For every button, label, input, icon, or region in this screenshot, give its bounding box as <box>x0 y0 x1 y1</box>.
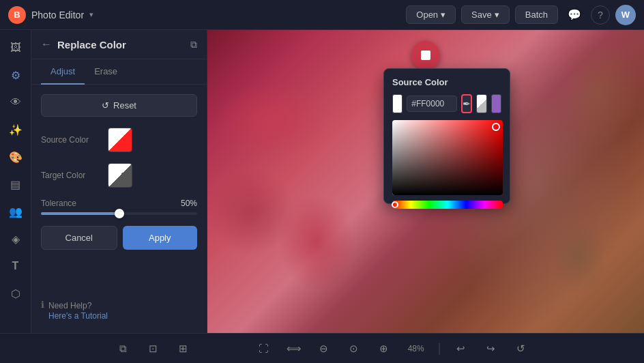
reset-button[interactable]: ↺ Reset <box>41 94 197 117</box>
cp-white-preview <box>392 94 402 113</box>
help-title: Need Help? <box>48 301 91 310</box>
panel-header: ← Replace Color ⧉ <box>31 30 207 59</box>
stop-recording-button[interactable] <box>411 41 440 70</box>
stop-icon <box>421 50 430 60</box>
side-panel: ← Replace Color ⧉ Adjust Erase ↺ Reset S… <box>31 30 207 333</box>
tool-export[interactable]: ⬡ <box>3 281 28 306</box>
apply-button[interactable]: Apply <box>123 226 198 250</box>
bt-redo-button[interactable]: ↪ <box>480 338 501 359</box>
tool-text[interactable]: T <box>3 254 28 278</box>
zoom-level: 48% <box>404 344 428 353</box>
open-button[interactable]: Open ▾ <box>406 5 456 24</box>
panel-title: Replace Color <box>57 39 185 50</box>
tool-image[interactable]: 🖼 <box>3 35 28 60</box>
cp-checker-swatch[interactable] <box>476 94 486 113</box>
help-icon: ℹ <box>41 300 44 310</box>
tolerance-row: Tolerance 50% <box>41 199 197 215</box>
action-row: Cancel Apply <box>41 226 197 250</box>
color-picker-controls: ✒ <box>392 94 501 113</box>
panel-copy-button[interactable]: ⧉ <box>190 39 197 50</box>
source-color-row: Source Color <box>41 128 197 152</box>
tool-eye[interactable]: 👁 <box>3 90 28 115</box>
chat-button[interactable]: 💬 <box>564 4 585 26</box>
help-tutorial-link[interactable]: Here's a Tutorial <box>48 311 108 321</box>
cp-purple-swatch[interactable] <box>491 94 501 113</box>
bt-grid-button[interactable]: ⊞ <box>173 338 194 359</box>
source-color-swatch[interactable] <box>108 128 132 152</box>
tolerance-slider-fill <box>41 212 119 215</box>
back-button[interactable]: ← <box>41 38 52 50</box>
bt-zoom-out-button[interactable]: ⊖ <box>314 338 334 359</box>
gradient-thumb[interactable] <box>492 123 500 131</box>
tolerance-slider-thumb[interactable] <box>115 209 124 218</box>
tool-effects[interactable]: ◈ <box>3 227 28 251</box>
tool-paint[interactable]: 🎨 <box>3 145 28 169</box>
topbar: B Photo Editor ▾ Open ▾ Save ▾ Batch 💬 ?… <box>0 0 644 30</box>
main-layout: 🖼 ⚙ 👁 ✨ 🎨 ▤ 👥 ◈ T ⬡ ← Replace Color ⧉ Ad… <box>0 30 644 333</box>
app-logo: B <box>8 6 26 24</box>
tabs: Adjust Erase <box>31 59 207 85</box>
hue-bar[interactable] <box>392 201 503 209</box>
batch-button[interactable]: Batch <box>515 5 558 24</box>
app-name-arrow[interactable]: ▾ <box>89 10 93 19</box>
tool-people[interactable]: 👥 <box>3 199 28 224</box>
cp-eyedropper-button[interactable]: ✒ <box>461 94 472 113</box>
tolerance-slider-track[interactable] <box>41 212 197 215</box>
help-button[interactable]: ? <box>591 5 610 25</box>
panel-content: ↺ Reset Source Color Target Color Tolera… <box>31 85 207 333</box>
canvas-area[interactable]: Source Color ✒ <box>207 30 644 333</box>
icon-bar: 🖼 ⚙ 👁 ✨ 🎨 ▤ 👥 ◈ T ⬡ <box>0 30 31 333</box>
cp-hex-input[interactable] <box>407 96 457 112</box>
tolerance-label: Tolerance <box>41 199 76 208</box>
bt-undo-button[interactable]: ↩ <box>450 338 471 359</box>
tab-erase[interactable]: Erase <box>85 59 127 85</box>
tool-adjust[interactable]: ⚙ <box>3 63 28 87</box>
color-picker-title: Source Color <box>392 77 501 87</box>
cancel-button[interactable]: Cancel <box>41 226 117 250</box>
tool-magic[interactable]: ✨ <box>3 117 28 142</box>
bt-layers-button[interactable]: ⧉ <box>113 338 134 359</box>
color-picker-popup: Source Color ✒ <box>383 68 510 204</box>
help-section: ℹ Need Help? Here's a Tutorial <box>41 299 197 323</box>
user-avatar[interactable]: W <box>615 5 636 25</box>
bt-history-button[interactable]: ↺ <box>510 338 531 359</box>
tolerance-header: Tolerance 50% <box>41 199 197 208</box>
hue-thumb[interactable] <box>392 201 398 208</box>
source-color-label: Source Color <box>41 135 102 145</box>
bt-fullscreen-button[interactable]: ⛶ <box>254 338 274 359</box>
target-color-row: Target Color <box>41 163 197 188</box>
bt-transform-button[interactable]: ⟺ <box>284 338 304 359</box>
tab-adjust[interactable]: Adjust <box>41 59 85 85</box>
target-color-swatch[interactable] <box>108 163 132 188</box>
tool-layers[interactable]: ▤ <box>3 172 28 197</box>
tolerance-value: 50% <box>181 199 197 208</box>
bt-zoom-reset-button[interactable]: ⊙ <box>344 338 364 359</box>
bt-zoom-in-button[interactable]: ⊕ <box>374 338 394 359</box>
reset-icon: ↺ <box>102 100 109 111</box>
target-color-label: Target Color <box>41 171 102 180</box>
gradient-base <box>392 120 503 195</box>
zoom-separator: | <box>438 341 441 355</box>
bt-crop-button[interactable]: ⊡ <box>143 338 164 359</box>
app-name: Photo Editor <box>31 10 84 20</box>
save-button[interactable]: Save ▾ <box>461 5 510 24</box>
bottom-toolbar: ⧉ ⊡ ⊞ ⛶ ⟺ ⊖ ⊙ ⊕ 48% | ↩ ↪ ↺ <box>0 333 644 363</box>
color-gradient-box[interactable] <box>392 120 503 195</box>
